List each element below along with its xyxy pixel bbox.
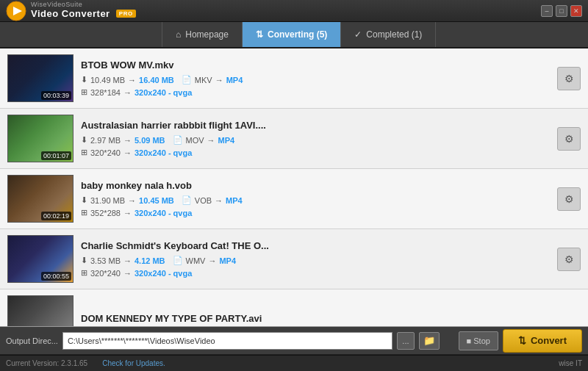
close-button[interactable]: ✕ xyxy=(570,5,582,17)
original-resolution: 320*240 xyxy=(90,269,121,278)
tab-converting[interactable]: ⇅ Converting (5) xyxy=(243,22,341,47)
video-title: DOM KENNEDY MY TYPE OF PARTY.avi xyxy=(81,313,581,324)
video-meta-size: ⬇ 31.90 MB → 10.45 MB 📄 VOB → MP4 xyxy=(81,195,550,205)
video-thumbnail: 00:01:07 xyxy=(7,115,74,162)
window-controls: – □ ✕ xyxy=(541,5,582,17)
app-name: WiseVideoSuite Video Converter PRO xyxy=(31,1,136,19)
list-item: 00:00:55 Charlie Schmidt's Keyboard Cat!… xyxy=(0,229,588,289)
video-title: baby monkey nala h.vob xyxy=(81,180,550,191)
nav-tabs: ⌂ Homepage ⇅ Converting (5) ✓ Completed … xyxy=(0,22,588,48)
original-format: MKV xyxy=(195,76,212,84)
new-resolution: 320x240 - qvga xyxy=(135,269,192,278)
video-settings-button[interactable]: ⚙ xyxy=(557,187,581,211)
res-icon: ⊞ xyxy=(81,148,87,157)
tab-completed-label: Completed (1) xyxy=(366,29,422,40)
tab-converting-label: Converting (5) xyxy=(268,29,327,40)
folder-icon: 📁 xyxy=(423,335,435,346)
video-settings-button[interactable]: ⚙ xyxy=(557,67,581,90)
video-meta-size: ⬇ 10.49 MB → 16.40 MB 📄 MKV → MP4 xyxy=(81,75,550,84)
output-path-input[interactable] xyxy=(62,332,392,350)
minimize-button[interactable]: – xyxy=(541,5,553,17)
video-settings-button[interactable]: ⚙ xyxy=(557,127,581,151)
video-info: Charlie Schmidt's Keyboard Cat! THE O...… xyxy=(81,240,550,278)
app-name-main: Video Converter PRO xyxy=(31,9,136,19)
new-resolution: 320x240 - qvga xyxy=(135,148,192,157)
version-text: Current Version: 2.3.1.65 xyxy=(6,359,87,367)
brand-right: wise IT xyxy=(559,359,582,367)
video-title: BTOB WOW MV.mkv xyxy=(81,60,550,71)
video-duration: 00:03:39 xyxy=(41,91,71,100)
new-size: 5.09 MB xyxy=(135,136,165,145)
format-icon: 📄 xyxy=(182,75,192,84)
new-format: MP4 xyxy=(226,76,243,84)
video-list: 00:03:39 BTOB WOW MV.mkv ⬇ 10.49 MB → 16… xyxy=(0,48,588,327)
original-format: WMV xyxy=(186,256,206,265)
video-meta-size: ⬇ 3.53 MB → 4.12 MB 📄 WMV → MP4 xyxy=(81,256,550,265)
file-icon: ⬇ xyxy=(81,256,87,265)
new-resolution: 320x240 - qvga xyxy=(135,209,192,217)
res-icon: ⊞ xyxy=(81,208,87,217)
video-info: Australasian harrier rabbbit flight 1AVI… xyxy=(81,120,550,157)
format-icon: 📄 xyxy=(182,195,192,205)
maximize-button[interactable]: □ xyxy=(556,5,567,17)
new-format: MP4 xyxy=(226,196,243,205)
list-item: 00:01:07 Australasian harrier rabbbit fl… xyxy=(0,109,588,169)
video-resolution: ⊞ 352*288 → 320x240 - qvga xyxy=(81,208,550,217)
res-icon: ⊞ xyxy=(81,87,87,97)
original-resolution: 328*184 xyxy=(90,88,121,97)
output-dir-label: Output Direc... xyxy=(6,336,58,345)
tab-homepage-label: Homepage xyxy=(185,29,229,40)
video-duration: 00:00:55 xyxy=(41,272,71,281)
video-title: Australasian harrier rabbbit flight 1AVI… xyxy=(81,120,550,131)
video-settings-button[interactable]: ⚙ xyxy=(557,248,581,271)
tab-completed[interactable]: ✓ Completed (1) xyxy=(341,22,436,47)
app-logo: WiseVideoSuite Video Converter PRO xyxy=(6,1,136,21)
video-thumbnail: 00:02:19 xyxy=(7,175,74,223)
convert-button[interactable]: ⇅ Convert xyxy=(503,329,582,353)
original-format: MOV xyxy=(186,136,204,145)
video-duration: 00:01:07 xyxy=(41,151,71,160)
video-info: BTOB WOW MV.mkv ⬇ 10.49 MB → 16.40 MB 📄 … xyxy=(81,60,550,97)
list-item: DOM KENNEDY MY TYPE OF PARTY.avi xyxy=(0,289,588,327)
video-resolution: ⊞ 320*240 → 320x240 - qvga xyxy=(81,148,550,157)
new-size: 10.45 MB xyxy=(139,196,174,205)
gear-icon: ⚙ xyxy=(564,253,574,265)
res-icon: ⊞ xyxy=(81,268,87,278)
format-icon: 📄 xyxy=(173,135,183,145)
browse-button[interactable]: ... xyxy=(397,332,414,350)
stop-square-icon: ■ xyxy=(467,336,472,345)
tab-homepage[interactable]: ⌂ Homepage xyxy=(162,22,243,47)
check-updates-link[interactable]: Check for Updates. xyxy=(102,359,165,367)
file-icon: ⬇ xyxy=(81,195,87,205)
video-info: DOM KENNEDY MY TYPE OF PARTY.avi xyxy=(81,313,581,325)
list-item: 00:02:19 baby monkey nala h.vob ⬇ 31.90 … xyxy=(0,169,588,229)
original-size: 3.53 MB xyxy=(90,256,121,265)
gear-icon: ⚙ xyxy=(564,133,574,145)
video-resolution: ⊞ 320*240 → 320x240 - qvga xyxy=(81,268,550,278)
video-thumbnail: 00:00:55 xyxy=(7,235,74,283)
video-info: baby monkey nala h.vob ⬇ 31.90 MB → 10.4… xyxy=(81,180,550,217)
new-resolution: 320x240 - qvga xyxy=(135,88,192,97)
original-resolution: 320*240 xyxy=(90,148,121,157)
original-size: 10.49 MB xyxy=(90,76,125,84)
video-thumbnail xyxy=(7,295,74,327)
convert-icon: ⇅ xyxy=(256,29,263,40)
convert-arrows-icon: ⇅ xyxy=(518,335,526,346)
video-duration: 00:02:19 xyxy=(41,212,71,220)
stop-button[interactable]: ■ Stop xyxy=(459,331,498,350)
file-icon: ⬇ xyxy=(81,75,87,84)
bottom-bar: Output Direc... ... 📁 ■ Stop ⇅ Convert xyxy=(0,327,588,355)
original-format: VOB xyxy=(195,196,212,205)
gear-icon: ⚙ xyxy=(564,193,574,205)
app-logo-icon xyxy=(6,1,26,21)
format-icon: 📄 xyxy=(173,256,183,265)
open-folder-button[interactable]: 📁 xyxy=(419,332,440,350)
video-resolution: ⊞ 328*184 → 320x240 - qvga xyxy=(81,87,550,97)
new-size: 4.12 MB xyxy=(135,256,165,265)
gear-icon: ⚙ xyxy=(564,73,574,84)
video-meta-size: ⬇ 2.97 MB → 5.09 MB 📄 MOV → MP4 xyxy=(81,135,550,145)
titlebar: WiseVideoSuite Video Converter PRO – □ ✕ xyxy=(0,0,588,22)
list-item: 00:03:39 BTOB WOW MV.mkv ⬇ 10.49 MB → 16… xyxy=(0,48,588,109)
new-format: MP4 xyxy=(218,136,235,145)
original-size: 31.90 MB xyxy=(90,196,125,205)
